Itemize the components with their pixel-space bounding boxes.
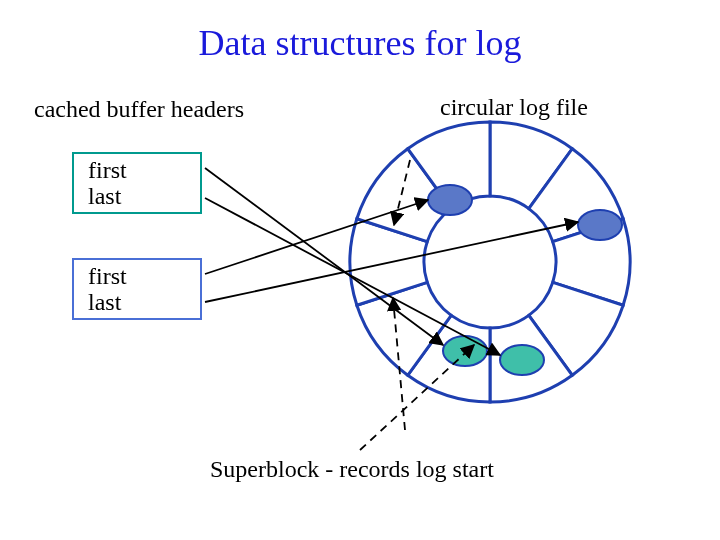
disk-sector bbox=[529, 149, 623, 242]
slide-title: Data structures for log bbox=[0, 22, 720, 64]
arrow-green-last bbox=[205, 198, 500, 355]
last-label: last bbox=[88, 289, 200, 315]
first-label: first bbox=[88, 157, 200, 183]
buf-green-2 bbox=[500, 345, 544, 375]
dashed-arrow-2 bbox=[393, 298, 405, 430]
last-label: last bbox=[88, 183, 200, 209]
disk-sector bbox=[357, 282, 451, 375]
buf-blue-2 bbox=[578, 210, 622, 240]
disk-sector bbox=[490, 122, 572, 209]
disk-sector bbox=[408, 315, 490, 402]
disk-sector bbox=[408, 122, 490, 209]
buf-blue-1 bbox=[428, 185, 472, 215]
label-circular-log: circular log file bbox=[440, 94, 588, 121]
disk-sector bbox=[529, 282, 623, 375]
dashed-arrow-3 bbox=[360, 345, 474, 450]
disk-sector bbox=[490, 315, 572, 402]
label-cached-buffers: cached buffer headers bbox=[34, 96, 244, 123]
buffer-header-green: first last bbox=[72, 152, 202, 214]
disk-icon bbox=[350, 122, 630, 402]
arrow-blue-last bbox=[205, 222, 578, 302]
buf-green-1 bbox=[443, 336, 487, 366]
disk-sector bbox=[357, 149, 451, 242]
caption-superblock: Superblock - records log start bbox=[210, 456, 494, 483]
dashed-arrow-1 bbox=[394, 160, 410, 225]
disk-sector bbox=[553, 219, 630, 306]
first-label: first bbox=[88, 263, 200, 289]
arrow-blue-first bbox=[205, 200, 428, 274]
disk-sector bbox=[350, 219, 427, 306]
arrow-green-first bbox=[205, 168, 443, 345]
buffer-header-blue: first last bbox=[72, 258, 202, 320]
